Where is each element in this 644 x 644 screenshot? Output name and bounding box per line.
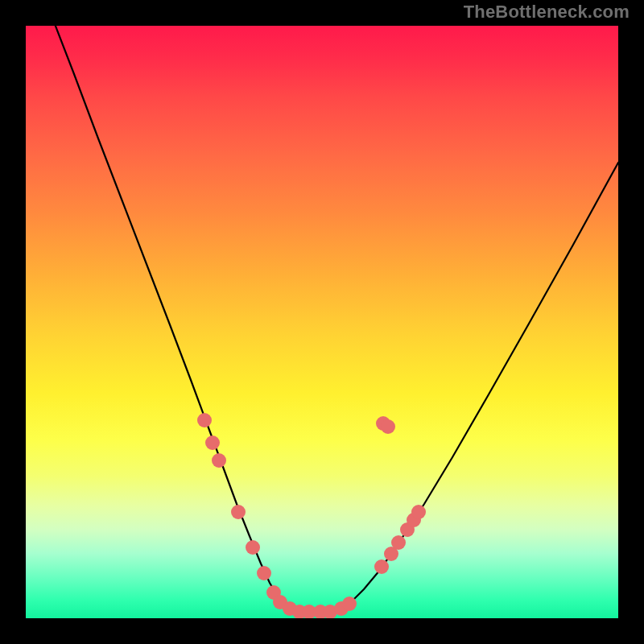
marker-dot — [231, 505, 246, 519]
attribution-label: TheBottleneck.com — [464, 2, 630, 23]
marker-dot — [411, 505, 426, 519]
marker-dot — [205, 436, 220, 450]
chart-frame: TheBottleneck.com — [0, 0, 644, 644]
marker-dot — [257, 566, 271, 580]
marker-dot — [391, 535, 406, 550]
marker-dot — [342, 597, 357, 611]
bottleneck-curve — [52, 26, 618, 612]
plot-area — [26, 26, 618, 618]
marker-dot — [212, 453, 226, 468]
marker-dot — [374, 559, 389, 574]
marker-group — [197, 413, 426, 618]
marker-dot — [246, 540, 260, 555]
chart-overlay — [26, 26, 618, 618]
marker-dot — [197, 413, 212, 427]
marker-dot — [381, 419, 395, 434]
